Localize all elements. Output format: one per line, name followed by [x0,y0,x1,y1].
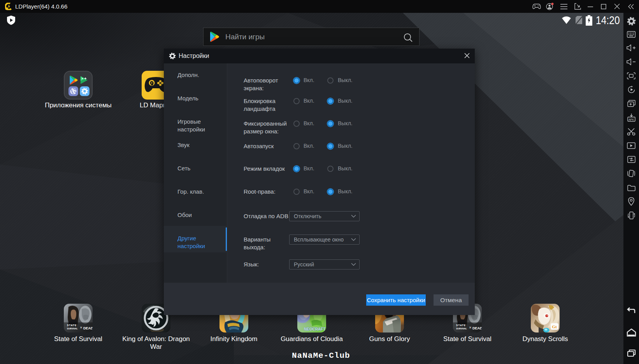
svg-text:STATE: STATE [67,324,77,327]
svg-text:DEAD: DEAD [472,326,482,330]
svg-text:APK: APK [628,118,634,121]
svg-text:✕: ✕ [469,326,472,329]
svg-text:DEAD: DEAD [83,326,93,330]
svg-text:Gt: Gt [552,324,557,329]
svg-text:NEOCRAFT: NEOCRAFT [304,327,326,331]
svg-text:STATE: STATE [456,324,466,327]
svg-text:SURVIVAL: SURVIVAL [456,327,467,330]
svg-text:SURVIVAL: SURVIVAL [67,327,78,330]
svg-text:✕: ✕ [80,326,83,329]
